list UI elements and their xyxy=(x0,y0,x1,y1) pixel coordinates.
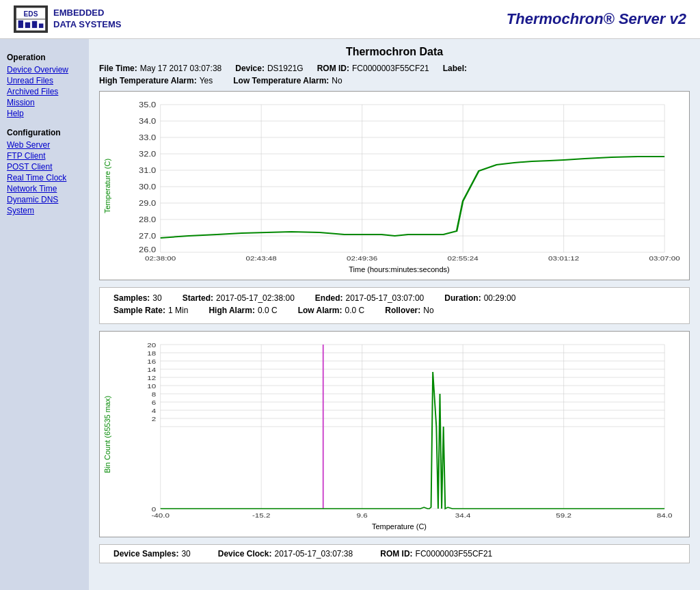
svg-text:18: 18 xyxy=(147,350,156,357)
stats-section: Samples: 30 Started: 2017-05-17_02:38:00… xyxy=(99,287,690,324)
low-alarm-value: No xyxy=(332,76,342,85)
sidebar-item-unread-files[interactable]: Unread Files xyxy=(7,76,82,85)
low-alarm-stat-label: Low Alarm: xyxy=(298,306,342,315)
svg-text:14: 14 xyxy=(147,366,156,373)
svg-text:59.2: 59.2 xyxy=(556,512,571,519)
svg-text:32.0: 32.0 xyxy=(139,150,156,157)
svg-text:84.0: 84.0 xyxy=(657,512,673,519)
svg-text:02:55:24: 02:55:24 xyxy=(448,255,479,262)
low-alarm-stat: Low Alarm: 0.0 C xyxy=(298,306,365,315)
stats-row-1: Samples: 30 Started: 2017-05-17_02:38:00… xyxy=(113,293,675,303)
svg-text:26.0: 26.0 xyxy=(139,246,156,253)
svg-text:33.0: 33.0 xyxy=(139,134,156,141)
logo-box: EDS xyxy=(14,5,48,33)
footer-device-samples: Device Samples: 30 xyxy=(113,549,191,559)
temp-x-axis-label: Time (hours:minutes:seconds) xyxy=(116,265,682,273)
svg-text:03:01:12: 03:01:12 xyxy=(548,255,580,262)
temp-y-axis-label: Temperature (C) xyxy=(100,95,115,276)
operation-section-title: Operation xyxy=(7,53,82,62)
high-alarm-item: High Temperature Alarm: Yes xyxy=(99,76,213,85)
footer-rom-id-value: FC0000003F55CF21 xyxy=(416,549,493,559)
low-alarm-item: Low Temperature Alarm: No xyxy=(233,76,342,85)
bin-chart-svg: 20 18 16 14 12 10 8 6 4 2 0 -40.0 -15.2 … xyxy=(116,338,682,519)
file-time-value: May 17 2017 03:07:38 xyxy=(140,64,221,73)
sample-rate-value: 1 Min xyxy=(168,306,188,315)
svg-text:2: 2 xyxy=(152,416,157,423)
sidebar-item-help[interactable]: Help xyxy=(7,109,82,118)
svg-text:03:07:00: 03:07:00 xyxy=(649,255,680,262)
sidebar-item-mission[interactable]: Mission xyxy=(7,98,82,107)
svg-text:28.0: 28.0 xyxy=(139,216,156,223)
duration-stat: Duration: 00:29:00 xyxy=(444,293,515,303)
svg-text:02:38:00: 02:38:00 xyxy=(145,255,176,262)
high-alarm-label: High Temperature Alarm: xyxy=(99,76,197,85)
svg-rect-5 xyxy=(32,21,37,28)
alarm-row: High Temperature Alarm: Yes Low Temperat… xyxy=(99,76,690,85)
device-label: Device: xyxy=(235,64,265,73)
svg-text:9.6: 9.6 xyxy=(357,512,368,519)
started-stat: Started: 2017-05-17_02:38:00 xyxy=(183,293,295,303)
footer-device-clock: Device Clock: 2017-05-17_03:07:38 xyxy=(218,549,353,559)
svg-rect-6 xyxy=(39,23,43,27)
label-item: Label: xyxy=(443,64,470,73)
rollover-value: No xyxy=(423,306,433,315)
rom-id-value: FC0000003F55CF21 xyxy=(352,64,429,73)
svg-text:30.0: 30.0 xyxy=(139,183,156,190)
sidebar-item-dynamic-dns[interactable]: Dynamic DNS xyxy=(7,195,82,204)
high-alarm-stat: High Alarm: 0.0 C xyxy=(208,306,277,315)
sample-rate-stat: Sample Rate: 1 Min xyxy=(113,306,188,315)
info-row-1: File Time: May 17 2017 03:07:38 Device: … xyxy=(99,64,690,73)
footer-device-samples-value: 30 xyxy=(181,549,190,559)
label-label: Label: xyxy=(443,64,467,73)
svg-text:29.0: 29.0 xyxy=(139,200,156,206)
footer-bar: Device Samples: 30 Device Clock: 2017-05… xyxy=(99,544,690,563)
high-alarm-value: Yes xyxy=(200,76,213,85)
bin-y-axis-label: Bin Count (65535 max) xyxy=(100,335,115,533)
high-alarm-stat-value: 0.0 C xyxy=(258,306,278,315)
sidebar-item-device-overview[interactable]: Device Overview xyxy=(7,65,82,75)
svg-text:31.0: 31.0 xyxy=(139,167,156,174)
started-value: 2017-05-17_02:38:00 xyxy=(216,293,295,303)
header: EDS EMBEDDED DATA SYSTEMS Thermochron® S… xyxy=(0,0,700,39)
svg-text:27.0: 27.0 xyxy=(139,232,156,239)
svg-text:-15.2: -15.2 xyxy=(252,512,271,519)
rom-id-label: ROM ID: xyxy=(317,64,349,73)
rollover-stat: Rollover: No xyxy=(385,306,433,315)
samples-value: 30 xyxy=(152,293,161,303)
footer-rom-id-label: ROM ID: xyxy=(380,549,412,559)
footer-device-clock-value: 2017-05-17_03:07:38 xyxy=(274,549,353,559)
svg-text:34.4: 34.4 xyxy=(455,512,471,519)
sidebar-item-web-server[interactable]: Web Server xyxy=(7,140,82,150)
footer-device-samples-label: Device Samples: xyxy=(113,549,178,559)
svg-text:16: 16 xyxy=(147,358,156,365)
svg-text:4: 4 xyxy=(152,407,157,414)
sidebar-item-network-time[interactable]: Network Time xyxy=(7,184,82,193)
svg-text:35.0: 35.0 xyxy=(139,101,156,108)
temp-chart-container: Temperature (C) xyxy=(99,91,690,280)
file-time-item: File Time: May 17 2017 03:07:38 xyxy=(99,64,221,73)
duration-label: Duration: xyxy=(444,293,481,303)
logo: EDS EMBEDDED DATA SYSTEMS xyxy=(14,5,121,33)
duration-value: 00:29:00 xyxy=(484,293,516,303)
svg-text:12: 12 xyxy=(147,375,156,381)
svg-rect-4 xyxy=(25,23,30,28)
sidebar-item-archived-files[interactable]: Archived Files xyxy=(7,87,82,96)
svg-text:8: 8 xyxy=(152,391,157,398)
sidebar-item-post-client[interactable]: POST Client xyxy=(7,162,82,172)
samples-stat: Samples: 30 xyxy=(113,293,162,303)
low-alarm-stat-value: 0.0 C xyxy=(345,306,365,315)
ended-stat: Ended: 2017-05-17_03:07:00 xyxy=(315,293,424,303)
svg-text:6: 6 xyxy=(152,399,157,406)
sidebar-item-real-time-clock[interactable]: Real Time Clock xyxy=(7,173,82,183)
temp-chart-svg: 35.0 34.0 33.0 32.0 31.0 30.0 29.0 28.0 … xyxy=(116,98,682,262)
sidebar-item-ftp-client[interactable]: FTP Client xyxy=(7,151,82,161)
footer-rom-id: ROM ID: FC0000003F55CF21 xyxy=(380,549,492,559)
svg-text:02:43:48: 02:43:48 xyxy=(246,255,278,262)
stats-row-2: Sample Rate: 1 Min High Alarm: 0.0 C Low… xyxy=(113,306,675,315)
sidebar-item-system[interactable]: System xyxy=(7,206,82,215)
ended-value: 2017-05-17_03:07:00 xyxy=(346,293,425,303)
footer-device-clock-label: Device Clock: xyxy=(218,549,272,559)
svg-rect-3 xyxy=(18,21,23,28)
samples-label: Samples: xyxy=(113,293,150,303)
started-label: Started: xyxy=(183,293,213,303)
